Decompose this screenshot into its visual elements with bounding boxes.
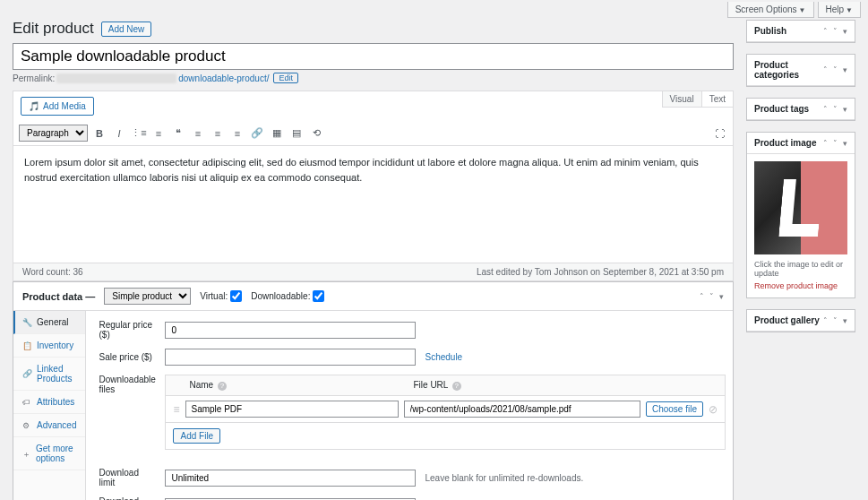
main-editor: 🎵 Add Media Visual Text Paragraph B I ⋮≡… — [13, 91, 734, 281]
add-media-button[interactable]: 🎵 Add Media — [21, 97, 94, 116]
chevron-down-icon[interactable]: ˅ — [833, 65, 838, 74]
tab-more-options[interactable]: ＋Get more options — [13, 437, 85, 470]
help-icon[interactable]: ? — [452, 382, 461, 391]
gear-icon: ⚙ — [22, 421, 31, 430]
add-file-button[interactable]: Add File — [173, 428, 220, 444]
dropdown-icon[interactable]: ▾ — [843, 105, 847, 114]
product-image-box: Product image ˄˅▾ Click the image to edi… — [746, 132, 855, 298]
categories-box: Product categories ˄˅▾ — [746, 54, 855, 87]
product-type-select[interactable]: Simple product — [104, 288, 191, 305]
downloadable-file-row: ≡ Choose file ⊘ — [166, 396, 724, 422]
drag-handle-icon[interactable]: ≡ — [173, 403, 179, 416]
publish-box: Publish ˄˅▾ — [746, 20, 855, 43]
link-icon: 🔗 — [22, 369, 31, 378]
choose-file-button[interactable]: Choose file — [646, 401, 703, 417]
downloadable-checkbox[interactable] — [313, 290, 324, 302]
permalink-suffix[interactable]: downloadable-product/ — [178, 73, 269, 83]
tags-box: Product tags ˄˅▾ — [746, 98, 855, 121]
text-tab[interactable]: Text — [701, 91, 733, 107]
permalink-edit-button[interactable]: Edit — [273, 73, 298, 83]
chevron-up-icon[interactable]: ˄ — [823, 105, 828, 114]
downloadable-files-label: Downloadable files — [99, 375, 156, 394]
dropdown-icon[interactable]: ▾ — [719, 292, 724, 301]
dropdown-icon[interactable]: ▾ — [843, 65, 847, 74]
chevron-up-icon[interactable]: ˄ — [700, 292, 704, 301]
tab-linked[interactable]: 🔗Linked Products — [13, 358, 85, 391]
bullet-list-button[interactable]: ⋮≡ — [131, 125, 147, 142]
file-url-input[interactable] — [404, 401, 640, 418]
last-edited: Last edited by Tom Johnson on September … — [477, 267, 724, 277]
file-name-input[interactable] — [185, 401, 399, 418]
download-expiry-label: Download expiry — [99, 496, 156, 500]
page-title: Edit product — [13, 20, 94, 38]
chevron-down-icon[interactable]: ˅ — [833, 316, 838, 325]
tab-inventory[interactable]: 📋Inventory — [13, 334, 85, 358]
italic-button[interactable]: I — [111, 125, 127, 142]
product-gallery-box: Product gallery ˄˅▾ — [746, 309, 855, 332]
link-button[interactable]: 🔗 — [249, 125, 265, 142]
chevron-up-icon[interactable]: ˄ — [823, 65, 828, 74]
product-data-box: Product data — Simple product Virtual: D… — [13, 281, 734, 500]
schedule-link[interactable]: Schedule — [425, 352, 462, 362]
paragraph-select[interactable]: Paragraph — [19, 125, 88, 142]
fullscreen-button[interactable]: ⛶ — [711, 125, 727, 142]
dropdown-icon[interactable]: ▾ — [843, 316, 847, 325]
tab-general[interactable]: 🔧General — [13, 311, 85, 334]
chevron-down-icon[interactable]: ˅ — [833, 105, 838, 114]
tag-icon: 🏷 — [22, 398, 31, 407]
permalink-row: Permalink: xxxxxxxxxxxxxx downloadable-p… — [13, 73, 734, 83]
wrench-icon: 🔧 — [22, 318, 31, 327]
align-right-button[interactable]: ≡ — [229, 125, 245, 142]
product-data-heading: Product data — — [22, 291, 95, 302]
regular-price-label: Regular price ($) — [99, 320, 156, 340]
clipboard-icon: 📋 — [22, 341, 31, 350]
regular-price-input[interactable] — [165, 322, 416, 339]
more-button[interactable]: ▦ — [269, 125, 285, 142]
word-count: Word count: 36 — [22, 267, 83, 277]
permalink-blurred: xxxxxxxxxxxxxx — [56, 73, 176, 83]
sale-price-input[interactable] — [165, 349, 416, 366]
product-title-input[interactable] — [13, 43, 734, 70]
product-image-thumbnail[interactable] — [754, 161, 847, 254]
chevron-down-icon[interactable]: ˅ — [833, 27, 838, 36]
visual-tab[interactable]: Visual — [662, 91, 701, 107]
editor-content[interactable]: Lorem ipsum dolor sit amet, consectetur … — [13, 146, 733, 263]
downloadable-checkbox-label: Downloadable: — [251, 290, 324, 302]
screen-options-tab[interactable]: Screen Options▼ — [727, 2, 814, 18]
align-left-button[interactable]: ≡ — [190, 125, 206, 142]
virtual-checkbox[interactable] — [230, 290, 242, 302]
chevron-up-icon[interactable]: ˄ — [823, 27, 828, 36]
remove-image-link[interactable]: Remove product image — [754, 281, 847, 290]
virtual-checkbox-label: Virtual: — [200, 290, 242, 302]
image-caption: Click the image to edit or update — [754, 260, 847, 278]
download-limit-note: Leave blank for unlimited re-downloads. — [425, 473, 583, 483]
clear-button[interactable]: ⟲ — [308, 125, 324, 142]
dropdown-icon[interactable]: ▾ — [843, 27, 847, 36]
sale-price-label: Sale price ($) — [99, 352, 156, 362]
help-icon[interactable]: ? — [218, 382, 227, 391]
chevron-up-icon[interactable]: ˄ — [823, 316, 828, 325]
remove-file-icon[interactable]: ⊘ — [709, 403, 718, 416]
plus-icon: ＋ — [22, 449, 30, 458]
help-tab[interactable]: Help▼ — [818, 2, 862, 18]
add-new-button[interactable]: Add New — [101, 22, 152, 37]
quote-button[interactable]: ❝ — [170, 125, 186, 142]
bold-button[interactable]: B — [91, 125, 107, 142]
download-limit-label: Download limit — [99, 468, 156, 487]
dropdown-icon[interactable]: ▾ — [843, 139, 847, 148]
tab-advanced[interactable]: ⚙Advanced — [13, 414, 85, 437]
media-icon: 🎵 — [29, 101, 39, 111]
number-list-button[interactable]: ≡ — [150, 125, 167, 142]
chevron-down-icon[interactable]: ˅ — [833, 139, 838, 148]
chevron-down-icon[interactable]: ˅ — [709, 292, 714, 301]
download-limit-input[interactable] — [165, 470, 416, 487]
chevron-up-icon[interactable]: ˄ — [823, 139, 828, 148]
align-center-button[interactable]: ≡ — [210, 125, 226, 142]
tab-attributes[interactable]: 🏷Attributes — [13, 391, 85, 414]
toggle-button[interactable]: ▤ — [288, 125, 305, 142]
